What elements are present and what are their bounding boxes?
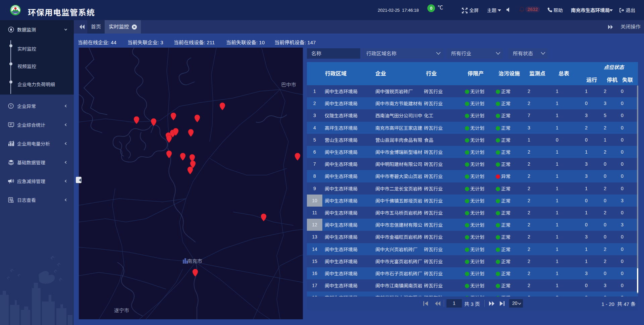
svg-text:南充市: 南充市 <box>187 257 202 264</box>
svg-text:巴中市: 巴中市 <box>281 81 296 88</box>
svg-text:遂宁市: 遂宁市 <box>114 307 129 314</box>
